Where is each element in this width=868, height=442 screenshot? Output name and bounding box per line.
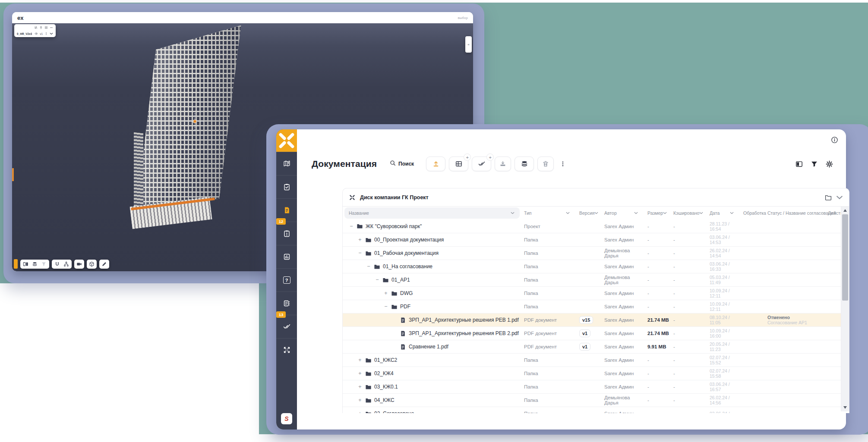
table-row[interactable]: +02_КЖ4ПапкаSarex Админ--02.07.24 /15:58 (343, 367, 841, 380)
download-button[interactable] (495, 157, 511, 171)
table-row[interactable]: ЗРП_АР1_Архитектурные решения РЕВ 1.pdfP… (343, 313, 841, 326)
drive-row[interactable]: Диск компании ГК Проект (343, 188, 849, 207)
collapse-toggle[interactable]: − (366, 264, 371, 269)
version-chip[interactable]: v15 (579, 316, 593, 324)
sort-chevron-icon[interactable] (566, 212, 570, 214)
name-cell: −ЖК "Суворовский парк" (343, 223, 520, 229)
sort-chevron-icon[interactable] (511, 212, 514, 214)
sidebar-item-expand[interactable] (276, 338, 297, 361)
upload-button[interactable] (426, 157, 445, 171)
double-check-button[interactable]: + (472, 157, 491, 171)
sidebar-item-clipboard-check[interactable] (276, 175, 297, 198)
split-view-icon[interactable] (23, 261, 28, 267)
info-icon[interactable] (831, 136, 838, 144)
table-row[interactable]: +02_СогласованоПапкаSarex Админ--03.06.2… (343, 407, 841, 413)
video-camera-icon[interactable] (76, 261, 82, 267)
collapse-toggle[interactable]: − (375, 277, 380, 282)
expand-toggle[interactable]: + (357, 384, 363, 389)
type-cell: Папка (520, 398, 575, 403)
expand-toggle[interactable]: + (357, 398, 363, 403)
table-row[interactable]: −01_Рабочая документацияПапкаДемьянова Д… (343, 246, 841, 260)
sort-chevron-icon[interactable] (594, 212, 598, 214)
table-row[interactable]: +00_Проектная документацияПапкаSarex Адм… (343, 233, 841, 246)
expand-toggle[interactable]: + (357, 411, 363, 413)
table-row[interactable]: +01_КЖС2ПапкаSarex Админ--02.07.24 /15:5… (343, 353, 841, 367)
sidebar-item-bar-chart[interactable] (276, 245, 297, 268)
measure-icon[interactable] (101, 261, 107, 267)
date-cell: 03.06.24 /16:57 (705, 382, 739, 392)
type-cell: Папка (520, 304, 575, 309)
column-header-6[interactable]: Кэшировано (669, 207, 705, 219)
scroll-up-arrow[interactable] (843, 209, 847, 212)
version-chip[interactable]: v1 (579, 343, 590, 351)
kebab-icon[interactable] (44, 32, 48, 35)
sort-chevron-icon[interactable] (634, 212, 638, 214)
collapse-toggle[interactable]: − (357, 251, 363, 256)
panel-collapse-tab[interactable]: « (465, 36, 472, 53)
scroll-down-arrow[interactable] (843, 406, 847, 409)
expand-toggle[interactable]: + (357, 237, 363, 242)
expand-toggle[interactable]: + (357, 371, 363, 376)
model-layers-panel[interactable]: 0_HR_V2e3 v1 (14, 24, 56, 37)
collapse-toggle[interactable]: − (349, 224, 354, 229)
column-header-2[interactable]: Тип (520, 207, 575, 219)
column-header-3[interactable]: Версия (575, 207, 600, 219)
sidebar-item-help[interactable]: ? (276, 268, 297, 292)
swap-icon[interactable] (34, 26, 38, 29)
filter-funnel-icon[interactable] (811, 160, 818, 168)
sarex-logo[interactable] (276, 129, 297, 152)
column-header-7[interactable]: Дата (705, 207, 739, 219)
column-header-4[interactable]: Автор (600, 207, 643, 219)
toolbar-accent-tab[interactable] (14, 259, 18, 269)
scrollbar-thumb[interactable] (842, 214, 848, 301)
filter-icon[interactable] (41, 261, 47, 267)
sidebar-item-map[interactable] (276, 152, 297, 175)
version-chip[interactable]: v1 (579, 329, 590, 337)
eye-icon[interactable] (35, 32, 38, 35)
cube-icon[interactable] (89, 261, 95, 267)
settings-gear-icon[interactable] (826, 160, 833, 168)
kebab-button[interactable] (557, 157, 568, 171)
sort-chevron-icon[interactable] (730, 212, 734, 214)
pin-icon[interactable] (39, 26, 43, 29)
layers-icon[interactable] (32, 261, 38, 267)
sidebar-item-clipboard-alert[interactable]: 12 (276, 222, 297, 245)
table-row[interactable]: Сравнение 1.pdfPDF документv1Sarex Админ… (343, 340, 841, 353)
type-cell: Папка (520, 384, 575, 389)
user-avatar[interactable]: S (281, 413, 292, 424)
sidebar-item-double-check[interactable]: 13 (276, 315, 297, 338)
table-row[interactable]: ЗРП_АР1_Архитектурные решения РЕВ 2.pdfP… (343, 326, 841, 340)
column-header-1[interactable]: Название (343, 207, 520, 219)
column-header-5[interactable]: Размер (643, 207, 669, 219)
sort-chevron-icon[interactable] (663, 212, 667, 214)
database-button[interactable] (514, 157, 534, 171)
chevron-down-icon[interactable] (50, 32, 53, 35)
list-icon[interactable] (44, 26, 48, 29)
minus-icon[interactable] (50, 26, 53, 29)
size-cell: - (643, 304, 669, 309)
folder-icon (365, 250, 372, 257)
table-row[interactable]: −ЖК "Суворовский парк"ПроектSarex Админ-… (343, 219, 841, 233)
collapse-toggle[interactable]: − (383, 304, 388, 309)
vertical-scrollbar[interactable] (841, 207, 849, 411)
column-header-9: Статус / Название согласования (763, 207, 824, 219)
table-row[interactable]: −PDFПапкаSarex Админ--10.09.24 /12:11 (343, 300, 841, 313)
expand-toggle[interactable]: + (383, 291, 388, 296)
sort-chevron-icon[interactable] (699, 212, 703, 214)
plus-badge[interactable]: + (464, 154, 471, 161)
search-control[interactable]: Поиск (390, 160, 414, 168)
table-row[interactable]: −01_АР1ПапкаДемьянова Дарья--05.03.24 /1… (343, 273, 841, 286)
table-row[interactable]: +04_КЖСПапкаДемьянова Дарья--26.02.24 /1… (343, 393, 841, 407)
chevron-down-icon[interactable] (836, 194, 843, 201)
table-button[interactable]: + (449, 157, 468, 171)
magnet-icon[interactable] (54, 261, 60, 267)
expand-toggle[interactable]: + (357, 357, 363, 363)
trash-button[interactable] (537, 157, 554, 171)
panel-toggle-icon[interactable] (795, 160, 803, 168)
table-row[interactable]: −01_На согласованиеПапкаSarex Админ--03.… (343, 260, 841, 273)
plus-badge[interactable]: + (486, 154, 494, 161)
table-row[interactable]: +DWGПапкаSarex Админ--10.09.24 /12:11 (343, 286, 841, 300)
folder-select-icon[interactable] (825, 194, 832, 201)
table-row[interactable]: +03_КЖ0.1ПапкаSarex Админ--03.06.24 /16:… (343, 380, 841, 393)
hierarchy-icon[interactable] (63, 261, 69, 267)
